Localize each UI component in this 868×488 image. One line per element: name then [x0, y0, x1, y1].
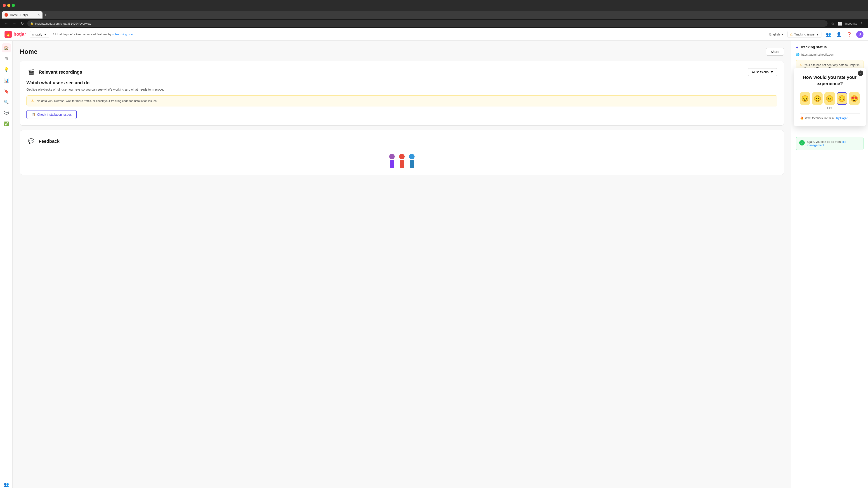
window-maximize-btn[interactable]	[12, 4, 15, 7]
sidebar-item-feedback[interactable]: 💬	[2, 108, 11, 118]
help-icon[interactable]: ❓	[846, 31, 852, 38]
language-selector[interactable]: English ▼	[770, 33, 784, 36]
sidebar-item-reports[interactable]: 📊	[2, 76, 11, 85]
bookmark-icon[interactable]: ☆	[830, 21, 835, 27]
sessions-dropdown[interactable]: All sessions ▼	[748, 68, 777, 76]
figure-body-1	[390, 160, 394, 168]
rating-angry[interactable]: 😠	[800, 92, 810, 105]
back-button[interactable]: ←	[4, 21, 9, 26]
hovered-rating-label: Like	[827, 107, 832, 110]
rating-close-button[interactable]: ✕	[858, 70, 863, 76]
window-controls	[3, 4, 15, 7]
figure-2	[399, 154, 405, 168]
active-tab[interactable]: H Home - Hotjar ✕	[2, 11, 42, 19]
feedback-illustration	[26, 146, 777, 168]
forward-button[interactable]: →	[12, 21, 17, 26]
tracking-issue-label: Tracking issue	[794, 33, 814, 36]
address-actions: ☆ ⬜ Incognito ⋮	[830, 21, 864, 27]
warning-text: No data yet? Refresh, wait for more traf…	[37, 99, 157, 103]
rating-love[interactable]: 😍	[849, 92, 860, 105]
figure-body-2	[400, 160, 404, 168]
check-installation-label: Check installation issues	[37, 113, 72, 116]
panel-url-text: https://admin.shopify.com	[801, 53, 834, 56]
site-management-link[interactable]: site management	[807, 140, 846, 147]
share-button[interactable]: Share	[766, 48, 784, 56]
window-minimize-btn[interactable]	[7, 4, 10, 7]
main-content: Home Share 🎬 Relevant recordings All ses…	[13, 41, 791, 488]
language-dropdown-icon: ▼	[781, 33, 784, 36]
url-text: insights.hotjar.com/sites/3814994/overvi…	[35, 22, 91, 25]
success-box: ✓ again, you can do so from site managem…	[796, 137, 864, 150]
site-name: shopify	[32, 33, 42, 36]
browser-titlebar	[0, 0, 868, 11]
figure-head-3	[409, 154, 414, 159]
user-avatar[interactable]: U	[856, 31, 864, 38]
figure-head-2	[399, 154, 405, 159]
recordings-card: 🎬 Relevant recordings All sessions ▼ Wat…	[20, 61, 784, 126]
window-close-btn[interactable]	[3, 4, 6, 7]
tracking-issue-button[interactable]: ⚠ Tracking issue ▼	[787, 31, 822, 38]
recordings-section-title: Watch what users see and do	[26, 80, 777, 86]
sidebar-item-recordings[interactable]: 🔖	[2, 87, 11, 96]
success-text: again, you can do so from site managemen…	[807, 140, 860, 147]
logo-text: hotjar	[13, 32, 26, 37]
sidebar: 🏠 ⊞ 💡 📊 🔖 🔍 💬 ✅ 👥 →	[0, 41, 13, 488]
sessions-dropdown-label: All sessions	[752, 70, 769, 74]
new-tab-button[interactable]: +	[44, 13, 47, 18]
rating-labels: Like	[800, 107, 860, 110]
profile-icon[interactable]: 👤	[835, 31, 842, 38]
try-hotjar-link[interactable]: Try Hotjar	[836, 117, 847, 120]
panel-url: 🌐 https://admin.shopify.com	[796, 53, 864, 56]
tracking-issue-dropdown-icon: ▼	[816, 33, 819, 36]
figure-1	[389, 154, 395, 168]
panel-collapse-icon[interactable]: ◀	[796, 45, 798, 49]
menu-icon[interactable]: ⋮	[859, 21, 864, 27]
tab-title: Home - Hotjar	[10, 13, 28, 17]
tab-favicon: H	[4, 13, 8, 17]
logo-icon: 🔥	[4, 31, 12, 38]
rating-like[interactable]: 😊	[837, 92, 847, 105]
figure-head-1	[389, 154, 395, 159]
refresh-button[interactable]: ↻	[20, 21, 25, 27]
recordings-card-title-group: 🎬 Relevant recordings	[26, 68, 82, 76]
site-dropdown-icon: ▼	[43, 33, 47, 36]
trial-notice: 11 trial days left - keep advanced featu…	[53, 33, 766, 36]
rating-footer: 🔥 Want feedback like this? Try Hotjar	[800, 113, 860, 120]
rating-title: How would you rate your experience?	[800, 74, 860, 87]
lock-icon: 🔒	[30, 22, 33, 25]
figure-body-3	[410, 160, 414, 168]
page-header: Home Share	[20, 48, 784, 56]
sidebar-item-home[interactable]: 🏠	[2, 43, 11, 53]
sidebar-item-surveys[interactable]: ✅	[2, 119, 11, 128]
sidebar-item-dashboard[interactable]: ⊞	[2, 54, 11, 63]
tab-close-icon[interactable]: ✕	[37, 13, 40, 17]
rating-sad[interactable]: 😟	[812, 92, 823, 105]
sidebar-item-insights[interactable]: 💡	[2, 65, 11, 74]
tab-switcher-icon[interactable]: ⬜	[837, 21, 843, 27]
rating-neutral[interactable]: 😐	[825, 92, 835, 105]
trial-link[interactable]: subscribing now	[112, 33, 133, 36]
alert-icon: ⚠	[799, 64, 802, 67]
add-users-icon[interactable]: 👥	[825, 31, 832, 38]
recordings-card-header: 🎬 Relevant recordings All sessions ▼	[26, 68, 777, 76]
sessions-dropdown-icon: ▼	[770, 70, 774, 74]
sidebar-bottom: 👥 →	[2, 480, 11, 488]
warning-icon: ⚠	[31, 99, 34, 103]
feedback-card-icon: 💬	[26, 137, 35, 146]
address-bar: ← → ↻ 🔒 insights.hotjar.com/sites/381499…	[0, 19, 868, 28]
check-installation-button[interactable]: 📋 Check installation issues	[26, 110, 76, 119]
app-header: 🔥 hotjar shopify ▼ 11 trial days left - …	[0, 28, 868, 41]
recordings-section-desc: Get live playbacks of full user journeys…	[26, 88, 777, 91]
site-selector[interactable]: shopify ▼	[30, 31, 49, 38]
url-bar[interactable]: 🔒 insights.hotjar.com/sites/3814994/over…	[27, 20, 828, 27]
figure-3	[409, 154, 414, 168]
trial-text: 11 trial days left - keep advanced featu…	[53, 33, 112, 36]
no-data-warning: ⚠ No data yet? Refresh, wait for more tr…	[26, 95, 777, 106]
sidebar-item-heatmaps[interactable]: 🔍	[2, 98, 11, 107]
page-title: Home	[20, 48, 37, 55]
warning-triangle-icon: ⚠	[790, 33, 793, 36]
tab-bar: H Home - Hotjar ✕ +	[0, 11, 868, 19]
sidebar-item-users[interactable]: 👥	[2, 480, 11, 488]
rating-emojis: 😠 😟 😐 😊 😍	[800, 92, 860, 105]
success-icon: ✓	[799, 140, 805, 145]
